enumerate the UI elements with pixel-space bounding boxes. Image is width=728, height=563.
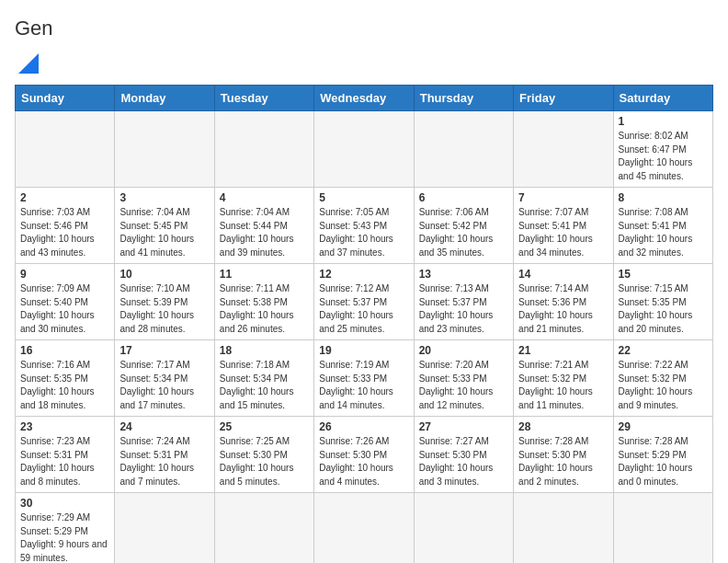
day-number: 11 [220, 268, 309, 281]
calendar-day-cell: 23Sunrise: 7:23 AM Sunset: 5:31 PM Dayli… [16, 417, 115, 493]
day-number: 15 [619, 268, 708, 281]
day-info: Sunrise: 7:04 AM Sunset: 5:45 PM Dayligh… [119, 206, 209, 259]
day-number: 30 [20, 497, 109, 510]
calendar-day-cell [414, 493, 513, 564]
day-number: 29 [619, 420, 708, 433]
calendar-day-cell: 18Sunrise: 7:18 AM Sunset: 5:34 PM Dayli… [214, 340, 313, 417]
calendar-table: SundayMondayTuesdayWednesdayThursdayFrid… [15, 85, 713, 563]
weekday-header-monday: Monday [115, 86, 214, 111]
calendar-day-cell: 5Sunrise: 7:05 AM Sunset: 5:43 PM Daylig… [314, 188, 414, 264]
day-info: Sunrise: 7:11 AM Sunset: 5:38 PM Dayligh… [220, 282, 309, 336]
logo-triangle-icon [18, 53, 39, 74]
day-number: 3 [119, 191, 209, 204]
day-info: Sunrise: 7:04 AM Sunset: 5:44 PM Dayligh… [220, 206, 309, 259]
calendar-week-row-0: 1Sunrise: 8:02 AM Sunset: 6:47 PM Daylig… [16, 111, 713, 188]
day-info: Sunrise: 7:10 AM Sunset: 5:39 PM Dayligh… [119, 282, 209, 336]
calendar-day-cell [514, 493, 613, 564]
calendar-day-cell: 20Sunrise: 7:20 AM Sunset: 5:33 PM Dayli… [414, 340, 513, 417]
svg-marker-2 [18, 53, 39, 74]
day-info: Sunrise: 7:25 AM Sunset: 5:30 PM Dayligh… [220, 435, 309, 488]
calendar-day-cell: 1Sunrise: 8:02 AM Sunset: 6:47 PM Daylig… [613, 111, 712, 188]
day-number: 27 [419, 420, 508, 433]
day-info: Sunrise: 7:28 AM Sunset: 5:29 PM Dayligh… [619, 435, 708, 488]
day-number: 23 [20, 420, 109, 433]
day-info: Sunrise: 7:21 AM Sunset: 5:32 PM Dayligh… [518, 359, 608, 412]
day-number: 1 [619, 115, 708, 128]
weekday-header-thursday: Thursday [414, 86, 513, 111]
calendar-day-cell: 29Sunrise: 7:28 AM Sunset: 5:29 PM Dayli… [613, 417, 712, 493]
header: General Blue [15, 15, 713, 74]
weekday-header-sunday: Sunday [16, 86, 115, 111]
day-number: 4 [220, 191, 309, 204]
day-info: Sunrise: 7:27 AM Sunset: 5:30 PM Dayligh… [419, 435, 508, 488]
calendar-day-cell: 14Sunrise: 7:14 AM Sunset: 5:36 PM Dayli… [514, 264, 613, 340]
day-info: Sunrise: 7:06 AM Sunset: 5:42 PM Dayligh… [419, 206, 508, 259]
calendar-day-cell: 17Sunrise: 7:17 AM Sunset: 5:34 PM Dayli… [115, 340, 214, 417]
day-info: Sunrise: 7:08 AM Sunset: 5:41 PM Dayligh… [619, 206, 708, 259]
day-info: Sunrise: 7:20 AM Sunset: 5:33 PM Dayligh… [419, 359, 508, 412]
day-number: 28 [518, 420, 608, 433]
day-info: Sunrise: 7:05 AM Sunset: 5:43 PM Dayligh… [319, 206, 408, 259]
day-number: 12 [319, 268, 408, 281]
calendar-day-cell: 3Sunrise: 7:04 AM Sunset: 5:45 PM Daylig… [115, 188, 214, 264]
day-number: 16 [20, 344, 109, 357]
calendar-day-cell: 6Sunrise: 7:06 AM Sunset: 5:42 PM Daylig… [414, 188, 513, 264]
calendar-day-cell: 19Sunrise: 7:19 AM Sunset: 5:33 PM Dayli… [314, 340, 414, 417]
svg-text:General: General [15, 17, 53, 40]
calendar-day-cell [314, 493, 414, 564]
calendar-day-cell [314, 111, 414, 188]
day-info: Sunrise: 7:23 AM Sunset: 5:31 PM Dayligh… [20, 435, 109, 488]
day-info: Sunrise: 7:22 AM Sunset: 5:32 PM Dayligh… [619, 359, 708, 412]
day-number: 22 [619, 344, 708, 357]
calendar-week-row-5: 30Sunrise: 7:29 AM Sunset: 5:29 PM Dayli… [16, 493, 713, 564]
day-info: Sunrise: 7:07 AM Sunset: 5:41 PM Dayligh… [518, 206, 608, 259]
day-number: 21 [518, 344, 608, 357]
day-info: Sunrise: 7:13 AM Sunset: 5:37 PM Dayligh… [419, 282, 508, 336]
calendar-day-cell: 11Sunrise: 7:11 AM Sunset: 5:38 PM Dayli… [214, 264, 313, 340]
day-info: Sunrise: 7:03 AM Sunset: 5:46 PM Dayligh… [20, 206, 109, 259]
day-info: Sunrise: 7:16 AM Sunset: 5:35 PM Dayligh… [20, 359, 109, 412]
day-info: Sunrise: 7:24 AM Sunset: 5:31 PM Dayligh… [119, 435, 209, 488]
weekday-header-row: SundayMondayTuesdayWednesdayThursdayFrid… [16, 86, 713, 111]
day-info: Sunrise: 7:17 AM Sunset: 5:34 PM Dayligh… [119, 359, 209, 412]
day-info: Sunrise: 7:14 AM Sunset: 5:36 PM Dayligh… [518, 282, 608, 336]
calendar-day-cell: 22Sunrise: 7:22 AM Sunset: 5:32 PM Dayli… [613, 340, 712, 417]
day-info: Sunrise: 7:12 AM Sunset: 5:37 PM Dayligh… [319, 282, 408, 336]
calendar-day-cell: 25Sunrise: 7:25 AM Sunset: 5:30 PM Dayli… [214, 417, 313, 493]
day-number: 17 [119, 344, 209, 357]
calendar-day-cell: 7Sunrise: 7:07 AM Sunset: 5:41 PM Daylig… [514, 188, 613, 264]
calendar-day-cell [414, 111, 513, 188]
day-info: Sunrise: 7:29 AM Sunset: 5:29 PM Dayligh… [20, 511, 109, 563]
day-info: Sunrise: 7:19 AM Sunset: 5:33 PM Dayligh… [319, 359, 408, 412]
calendar-day-cell: 12Sunrise: 7:12 AM Sunset: 5:37 PM Dayli… [314, 264, 414, 340]
day-number: 8 [619, 191, 708, 204]
calendar-week-row-4: 23Sunrise: 7:23 AM Sunset: 5:31 PM Dayli… [16, 417, 713, 493]
calendar-day-cell: 28Sunrise: 7:28 AM Sunset: 5:30 PM Dayli… [514, 417, 613, 493]
day-number: 24 [119, 420, 209, 433]
calendar-day-cell: 26Sunrise: 7:26 AM Sunset: 5:30 PM Dayli… [314, 417, 414, 493]
calendar-day-cell [214, 111, 313, 188]
calendar-day-cell: 13Sunrise: 7:13 AM Sunset: 5:37 PM Dayli… [414, 264, 513, 340]
day-info: Sunrise: 7:26 AM Sunset: 5:30 PM Dayligh… [319, 435, 408, 488]
calendar-day-cell: 4Sunrise: 7:04 AM Sunset: 5:44 PM Daylig… [214, 188, 313, 264]
calendar-week-row-1: 2Sunrise: 7:03 AM Sunset: 5:46 PM Daylig… [16, 188, 713, 264]
calendar-day-cell: 9Sunrise: 7:09 AM Sunset: 5:40 PM Daylig… [16, 264, 115, 340]
day-info: Sunrise: 7:15 AM Sunset: 5:35 PM Dayligh… [619, 282, 708, 336]
day-number: 13 [419, 268, 508, 281]
calendar-day-cell: 15Sunrise: 7:15 AM Sunset: 5:35 PM Dayli… [613, 264, 712, 340]
day-number: 18 [220, 344, 309, 357]
day-info: Sunrise: 7:18 AM Sunset: 5:34 PM Dayligh… [220, 359, 309, 412]
logo-icon: General Blue [15, 15, 53, 50]
day-number: 10 [119, 268, 209, 281]
weekday-header-friday: Friday [514, 86, 613, 111]
calendar-day-cell [115, 111, 214, 188]
calendar-day-cell [115, 493, 214, 564]
calendar-week-row-2: 9Sunrise: 7:09 AM Sunset: 5:40 PM Daylig… [16, 264, 713, 340]
day-number: 2 [20, 191, 109, 204]
logo: General Blue [15, 15, 53, 74]
day-number: 19 [319, 344, 408, 357]
calendar-day-cell [214, 493, 313, 564]
calendar-day-cell: 10Sunrise: 7:10 AM Sunset: 5:39 PM Dayli… [115, 264, 214, 340]
day-number: 14 [518, 268, 608, 281]
weekday-header-wednesday: Wednesday [314, 86, 414, 111]
